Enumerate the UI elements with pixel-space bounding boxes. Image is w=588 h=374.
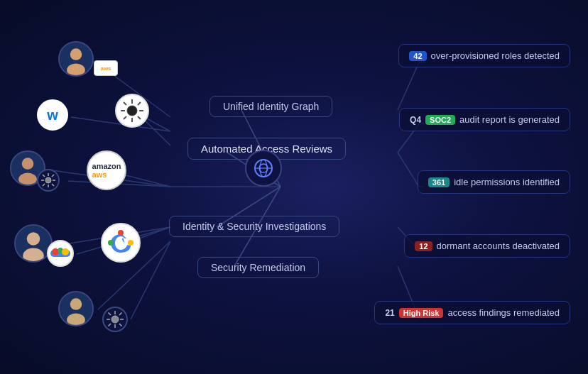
google-cloud-icon-small	[50, 247, 70, 260]
card-dormant: 12 dormant accounts deactivated	[404, 234, 570, 258]
card-overprovisioned: 42 over-provisioned roles detected	[398, 44, 570, 67]
snowflake-node-1	[115, 94, 149, 128]
person-avatar-1	[60, 41, 92, 77]
badge-q4: Q4	[410, 115, 421, 125]
card-high-risk-text: access findings remediated	[447, 307, 560, 318]
svg-point-64	[128, 240, 134, 246]
svg-line-43	[124, 116, 126, 119]
svg-line-52	[43, 175, 45, 177]
svg-line-40	[124, 102, 126, 105]
feature-security-remediation: Security Remediation	[197, 257, 319, 278]
card-high-risk: 21 High Risk access findings remediated	[374, 301, 570, 324]
card-overprovisioned-text: over-provisioned roles detected	[431, 50, 560, 61]
badge-21: 21	[385, 308, 394, 318]
person-avatar-3	[16, 224, 51, 263]
workday-node: w	[37, 99, 68, 131]
svg-line-75	[119, 324, 122, 326]
svg-point-35	[127, 106, 137, 116]
svg-line-77	[109, 324, 111, 326]
svg-line-74	[109, 313, 111, 316]
svg-point-65	[108, 240, 114, 246]
feature-unified-identity: Unified Identity Graph	[209, 96, 332, 117]
badge-dormant: 12	[415, 241, 432, 251]
svg-line-55	[43, 184, 45, 186]
svg-point-69	[111, 316, 119, 323]
snowflake-badge-bottom	[102, 307, 128, 332]
svg-line-42	[138, 102, 141, 105]
svg-line-20	[398, 153, 419, 187]
svg-line-76	[119, 313, 122, 316]
person-avatar-4	[60, 291, 92, 326]
svg-point-33	[70, 48, 82, 60]
svg-point-45	[22, 158, 34, 170]
aws-node-large: amazonaws	[87, 150, 126, 190]
sun-icon-2	[40, 172, 56, 188]
person-node-4	[58, 291, 94, 326]
sun-icon-3	[106, 310, 124, 329]
feature-security-investigations: Identity & Security Investigations	[169, 216, 339, 237]
svg-point-62	[62, 248, 69, 255]
svg-line-54	[52, 175, 54, 177]
svg-point-68	[67, 313, 85, 326]
svg-line-17	[398, 62, 419, 110]
badge-idle: 361	[428, 177, 450, 187]
card-soc2-text: audit report is generated	[459, 114, 560, 125]
svg-point-67	[70, 298, 82, 310]
hub-icon	[245, 150, 282, 187]
svg-point-57	[27, 232, 40, 246]
workday-logo-letter: w	[47, 107, 58, 123]
card-dormant-text: dormant accounts deactivated	[437, 241, 560, 251]
svg-point-34	[67, 63, 85, 76]
aws-badge-1: aws	[94, 60, 118, 76]
person-node-1	[58, 41, 94, 77]
aws-logo-text-1: aws	[100, 65, 111, 72]
svg-point-63	[118, 230, 124, 236]
svg-point-46	[18, 172, 37, 185]
badge-overprovisioned: 42	[409, 51, 426, 61]
svg-line-41	[138, 116, 141, 119]
aws-logo-text-2: amazonaws	[92, 162, 121, 179]
badge-soc2: SOC2	[425, 115, 455, 125]
svg-point-47	[45, 177, 51, 183]
card-idle-text: idle permissions identified	[454, 177, 560, 187]
card-idle: 361 idle permissions identified	[418, 170, 570, 194]
google-cloud-icon-large	[105, 230, 136, 255]
badge-high-risk: High Risk	[399, 308, 444, 318]
sun-icon-1	[119, 98, 145, 123]
main-canvas: Unified Identity Graph Automated Access …	[0, 0, 588, 374]
snowflake-badge-2	[37, 169, 60, 192]
google-cloud-large	[101, 223, 141, 263]
google-cloud-small	[47, 240, 74, 267]
card-soc2: Q4 SOC2 audit report is generated	[399, 108, 570, 131]
svg-line-53	[52, 184, 54, 186]
vpn-icon	[253, 158, 274, 179]
